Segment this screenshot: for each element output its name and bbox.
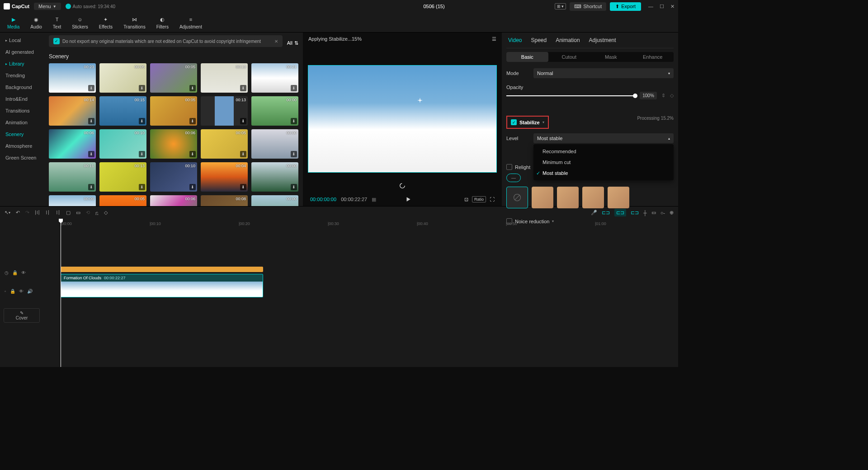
- sidebar-item-introend[interactable]: Intro&End: [0, 93, 44, 105]
- split-right-tool[interactable]: 〢: [56, 209, 61, 216]
- sidebar-item-aigenerated[interactable]: AI generated: [0, 46, 44, 58]
- opacity-value[interactable]: 100%: [640, 92, 657, 99]
- preview-tool[interactable]: ▭: [651, 210, 656, 216]
- inspector-tab-speed[interactable]: Speed: [531, 37, 547, 43]
- filter-all[interactable]: All ⇅: [287, 40, 298, 46]
- mirror-tool[interactable]: ⎌: [95, 210, 99, 216]
- download-icon[interactable]: ⬇: [291, 85, 297, 91]
- download-icon[interactable]: ⬇: [139, 118, 145, 124]
- preview-frame[interactable]: [308, 65, 497, 173]
- download-icon[interactable]: ⬇: [189, 118, 196, 124]
- close-button[interactable]: ✕: [670, 4, 675, 9]
- sidebar-item-greenscreen[interactable]: Green Screen: [0, 152, 44, 164]
- download-icon[interactable]: ⬇: [139, 85, 145, 91]
- download-icon[interactable]: ⬇: [240, 118, 246, 124]
- mic-icon[interactable]: 🎤: [591, 210, 597, 216]
- lock-icon[interactable]: 🔒: [10, 289, 15, 294]
- sidebar-item-background[interactable]: Background: [0, 81, 44, 93]
- frames-tool[interactable]: ▭: [76, 210, 80, 216]
- relight-checkbox[interactable]: [506, 164, 512, 170]
- thumbnail[interactable]: 00:10⬇: [150, 162, 197, 192]
- thumbnail[interactable]: 00:00⬇: [251, 195, 298, 206]
- thumbnail[interactable]: 00:15⬇: [99, 96, 146, 126]
- reverse-tool[interactable]: ⟲: [86, 210, 90, 216]
- rotate-tool[interactable]: ◇: [104, 210, 108, 216]
- subtab-cutout[interactable]: Cutout: [548, 52, 590, 62]
- ratio-button[interactable]: Ratio: [472, 196, 486, 202]
- split-left-tool[interactable]: 〢: [45, 209, 50, 216]
- redo-button[interactable]: ↷: [25, 210, 29, 216]
- speaker-icon[interactable]: 🔊: [27, 289, 33, 294]
- download-icon[interactable]: ⬇: [291, 118, 297, 124]
- download-icon[interactable]: ⬇: [139, 184, 145, 190]
- sidebar-item-transitions[interactable]: Transitions: [0, 105, 44, 117]
- layout-icon[interactable]: ⊞ ▾: [555, 3, 566, 9]
- thumbnail[interactable]: 00:11⬇: [49, 162, 96, 192]
- thumbnail[interactable]: 00:23⬇: [49, 63, 96, 93]
- level-option[interactable]: Most stable: [533, 168, 674, 179]
- preset-none[interactable]: [506, 187, 528, 208]
- menu-button[interactable]: Menu ▼: [34, 3, 61, 10]
- preview-menu-icon[interactable]: ☰: [492, 36, 496, 42]
- download-icon[interactable]: ⬇: [189, 85, 196, 91]
- sidebar-item-local[interactable]: ▸Local: [0, 34, 44, 46]
- crop-tool[interactable]: ▢: [66, 210, 71, 216]
- stabilize-checkbox-row[interactable]: ✓ Stabilize ▾: [506, 116, 549, 129]
- inspector-tab-adjustment[interactable]: Adjustment: [589, 37, 616, 43]
- thumbnail[interactable]: 00:00⬇: [251, 129, 298, 159]
- tool-transitions[interactable]: ⋈Transitions: [118, 14, 151, 31]
- video-clip[interactable]: Formation Of Clouds 00:00:22:27: [61, 274, 263, 297]
- fullscreen-icon[interactable]: ⛶: [490, 197, 495, 202]
- thumbnail[interactable]: 00:13⬇: [99, 162, 146, 192]
- download-icon[interactable]: ⬇: [291, 184, 297, 190]
- download-icon[interactable]: ⬇: [189, 184, 196, 190]
- thumbnail[interactable]: 00:10⬇: [99, 129, 146, 159]
- lock-icon[interactable]: 🔒: [12, 270, 18, 275]
- thumbnail[interactable]: 00:06⬇: [150, 195, 197, 206]
- minimize-button[interactable]: —: [648, 4, 653, 9]
- level-select[interactable]: Most stable ▴ RecommendedMinimum cutMost…: [533, 133, 674, 143]
- download-icon[interactable]: ⬇: [240, 184, 246, 190]
- cover-button[interactable]: ✎ Cover: [4, 308, 40, 323]
- download-icon[interactable]: ⬇: [88, 118, 94, 124]
- export-button[interactable]: ⬆ Export: [610, 2, 641, 11]
- keyframe-icon[interactable]: ◇: [670, 93, 674, 99]
- scan-icon[interactable]: ⊡: [464, 197, 468, 202]
- download-icon[interactable]: ⬇: [139, 151, 145, 157]
- timeline-ruler[interactable]: |00:00|00:10|00:20|00:30|00:40|00:50|01:…: [43, 219, 678, 228]
- thumbnail[interactable]: 00:08⬇: [201, 195, 248, 206]
- playhead[interactable]: [61, 219, 61, 367]
- tool-stickers[interactable]: ☺Stickers: [66, 14, 94, 31]
- thumbnail[interactable]: 00:05⬇: [99, 195, 146, 206]
- thumbnail[interactable]: 00:05⬇: [150, 96, 197, 126]
- tool-media[interactable]: ▶Media: [2, 14, 25, 31]
- shortcut-button[interactable]: ⌨ Shortcut: [570, 2, 606, 11]
- download-icon[interactable]: ⬇: [88, 151, 94, 157]
- play-button[interactable]: [405, 196, 411, 202]
- thumbnail[interactable]: 00:05⬇: [99, 63, 146, 93]
- thumbnail[interactable]: 00:05⬇: [201, 129, 248, 159]
- undo-button[interactable]: ↶: [16, 210, 20, 216]
- magnet-tool-1[interactable]: ⊏⊐: [602, 210, 610, 216]
- tool-adjustment[interactable]: ≡Adjustment: [174, 14, 208, 31]
- preset-3[interactable]: [582, 187, 604, 208]
- tool-audio[interactable]: ◉Audio: [25, 14, 47, 31]
- eye-icon[interactable]: 👁: [19, 289, 24, 294]
- thumbnail[interactable]: 00:21⬇: [251, 63, 298, 93]
- zoom-fit[interactable]: ⊕: [670, 210, 674, 216]
- sidebar-item-animation[interactable]: Animation: [0, 117, 44, 128]
- cursor-tool[interactable]: ↖ ▾: [5, 210, 10, 216]
- timeline-main[interactable]: |00:00|00:10|00:20|00:30|00:40|00:50|01:…: [43, 219, 678, 367]
- thumbnail[interactable]: 00:00⬇: [251, 96, 298, 126]
- preset-1[interactable]: [532, 187, 553, 208]
- inspector-tab-video[interactable]: Video: [508, 37, 522, 43]
- align-tool[interactable]: ┼: [643, 210, 647, 216]
- download-icon[interactable]: ⬇: [240, 85, 246, 91]
- preset-2[interactable]: [557, 187, 579, 208]
- tool-effects[interactable]: ✦Effects: [94, 14, 118, 31]
- mute-icon[interactable]: ▫: [5, 289, 6, 294]
- thumbnail[interactable]: 00:00⬇: [251, 162, 298, 192]
- download-icon[interactable]: ⬇: [88, 85, 94, 91]
- level-option[interactable]: Minimum cut: [533, 157, 674, 168]
- download-icon[interactable]: ⬇: [240, 151, 246, 157]
